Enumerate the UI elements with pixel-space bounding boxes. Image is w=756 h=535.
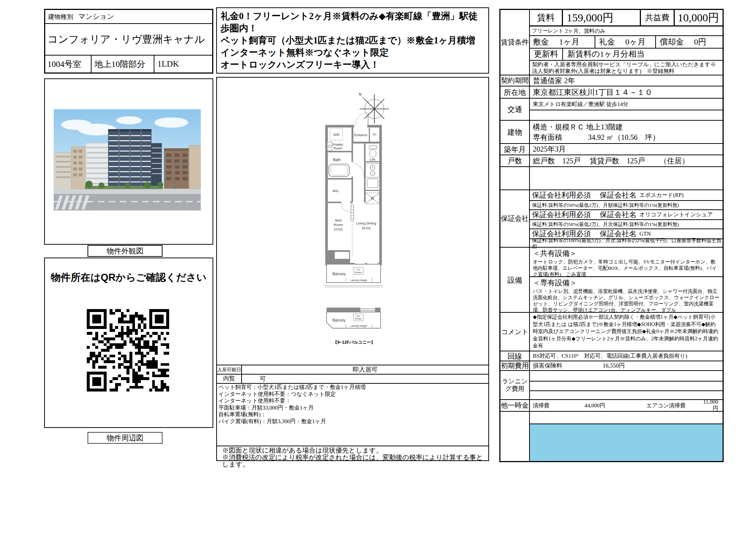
conditions-table: 賃貸条件 賃料 159,000円 共益費 10,000円 フリーレント 2ヶ月、…	[499, 9, 724, 462]
units-value: 総戸数 125戸 賃貸戸数 125戸 （住居）	[530, 155, 723, 166]
row-access: 交通 東京メトロ有楽町線／豊洲駅 徒歩14分	[500, 98, 723, 120]
room-label-bath: Bath	[333, 158, 341, 162]
running-cost-label: ランニング費用	[500, 371, 530, 399]
label-laundry: Laundry hanger	[350, 279, 367, 282]
note-item: 平面駐車場：月額33,000円・敷金1ヶ月	[218, 404, 487, 411]
location-label: 所在地	[500, 86, 530, 98]
room-label-wd: W/D	[334, 133, 340, 137]
guarantee-title: 保証会社利用必須 保証会社名 エポスカード(RP)	[530, 190, 723, 200]
renewal-fee-value: 新賃料の1ヶ月分相当	[563, 49, 723, 60]
row-location: 所在地 東京都江東区枝川1丁目１４－１０	[500, 86, 723, 98]
row-empty	[500, 166, 723, 189]
row-line: 回線 BS対応可、CS110° 対応可、電話回線(工事費入居者負担有り)	[500, 351, 723, 361]
terms-section-label: 賃貸条件	[500, 10, 530, 75]
label-balcony-2: Balcony	[332, 318, 346, 322]
label-balcony: Balcony	[332, 272, 346, 276]
highlight-box	[530, 424, 723, 461]
room-label-bed: Room	[334, 223, 343, 227]
floor-info: 地上10階部分	[92, 56, 154, 72]
guarantee-note: 保証料:賃料等の100%(最低3万)、月次:賃料等の2%(最低千円)、口座振替手…	[530, 238, 723, 248]
catchphrase-line: インターネット無料※つなぐネット限定	[221, 46, 485, 59]
equipment-label: 設備	[500, 248, 530, 312]
cleaning-fee-value: 44,000円	[584, 402, 646, 409]
room-number: 1004号室	[45, 56, 92, 72]
building-type-label: 建物種別	[48, 13, 73, 21]
row-guarantee: 保証会社 保証会社利用必須 保証会社名 エポスカード(RP) 保証料:賃料等の5…	[500, 189, 723, 247]
row-equipment: 設備 ＜共有設備＞ オートロック、防犯カメラ、常時ゴミ出し可能、TVモニター付イ…	[500, 247, 723, 312]
property-flyer: 建物種別 マンション コンフォリア・リヴ豊洲キャナル 1004号室 地上10階部…	[0, 0, 756, 535]
room-label-living-size: (5.5J)	[362, 226, 370, 230]
disclaimer-line: ※消費税法の改定により税率が改定された場合には、変動後の税率により計算する事とし…	[222, 454, 483, 468]
line-label: 回線	[500, 351, 530, 361]
private-equipment-heading: ＜専有設備＞	[533, 278, 720, 287]
label-laundry-2: Laundry hanger	[350, 325, 367, 327]
notes-list: ペット飼育可：小型犬1匹または猫2匹まで・敷金1ヶ月積増 インターネット使用料不…	[218, 384, 487, 425]
free-rent-label: フリーレント	[532, 28, 564, 34]
units-label: 戸数	[500, 155, 530, 166]
row-building: 建物 構造・規模ＲＣ 地上13階建 専有面積 34.92 ㎡（10.56 坪）	[500, 120, 723, 143]
viewing-label: 内覧	[217, 375, 242, 383]
membership-note: 契約者・入居者専用会員制サービス「リーブル」にご加入いただきます※法人契約者対象…	[530, 61, 723, 75]
guarantee-note: 保証料:賃料等の50%(最低2万)、月次保証料:賃料等の1%(更新料無)	[530, 219, 723, 228]
deposit: 敷金 1ヶ月	[530, 36, 595, 48]
key-money: 礼金 0ヶ月	[595, 36, 656, 48]
building-label: 建物	[500, 121, 530, 143]
note-item: インターネット使用料不要：	[218, 397, 487, 404]
catchphrase-line: オートロックハンズフリーキー導入！	[221, 59, 485, 71]
viewing-value: 可	[242, 375, 488, 383]
shared-equipment-heading: ＜共有設備＞	[533, 248, 720, 258]
label-fire-escape-2: Escape	[355, 318, 362, 320]
area-label: 専有面積	[533, 132, 588, 142]
rental-terms-section: 賃貸条件 賃料 159,000円 共益費 10,000円 フリーレント 2ヶ月、…	[500, 10, 723, 75]
label-fire-escape: Escape	[355, 271, 362, 273]
line-value: BS対応可、CS110° 対応可、電話回線(工事費入居者負担有り)	[530, 351, 723, 361]
qr-notice: 物件所在はQRからご確認ください	[45, 271, 213, 284]
room-label-lav: Lav.	[370, 157, 376, 161]
room-label-powder: Room	[334, 146, 342, 150]
qr-code	[87, 309, 169, 391]
exterior-photo-frame	[44, 78, 213, 245]
row-other-fees: 他一時金 清掃費 44,000円 エアコン清掃費 11,000円	[500, 399, 723, 411]
qr-frame: 物件所在はQRからご確認ください	[44, 258, 213, 428]
row-units: 戸数 総戸数 125戸 賃貸戸数 125戸 （住居）	[500, 155, 723, 166]
building-photo	[54, 109, 201, 210]
room-label-bed-size: (4.0J)	[334, 227, 342, 231]
balcony-floor-caption: 【9~12Fバルコニー】	[333, 340, 375, 344]
renewal-fee-label: 更新料	[530, 49, 563, 60]
access-empty	[530, 110, 723, 120]
room-label-living: Living Dining	[356, 221, 376, 225]
compass-north-label: N	[359, 92, 361, 96]
built-label: 築年月	[500, 144, 530, 155]
building-type-value: マンション	[78, 12, 114, 21]
room-label-entrance: Entrance	[354, 133, 367, 137]
disclaimer-box: ※図面と現状に相違がある場合は現状優先とします。 ※消費税法の改定により税率が改…	[216, 446, 489, 461]
shared-equipment-body: オートロック、防犯カメラ、常時ゴミ出し可能、TVモニター付インターホン、敷地内駐…	[533, 259, 720, 277]
room-label-bed: Bed	[335, 218, 342, 222]
room-label-powder: Powder	[333, 143, 343, 146]
catchphrase-box: 礼金0！フリーレント2ヶ月※賃料のみ◆有楽町線「豊洲」駅徒歩圏内！ ペット飼育可…	[216, 7, 489, 74]
exterior-caption: 物件外観図	[88, 245, 163, 257]
compass-icon	[360, 94, 389, 124]
move-in-label: 入居可能日	[217, 365, 242, 374]
availability-table: 入居可能日 即入居可 内覧 可	[216, 365, 489, 384]
guarantee-company: GTN	[639, 231, 651, 237]
private-equipment-body: バス・トイレ別、追焚機能、浴室乾燥機、温水洗浄便座、シャワー付洗面台、独立洗面化…	[533, 288, 720, 313]
common-fee-value: 10,000円	[675, 10, 723, 25]
cleaning-fee-label: 清掃費	[530, 402, 584, 409]
free-rent-value: 2ヶ月、賃料のみ	[565, 28, 606, 35]
note-item: 自転車置場(無料)：	[218, 411, 487, 418]
ac-cleaning-label: エアコン清掃費	[646, 402, 703, 409]
comment-body: ◆指定保証会社利用必須※一部法人契約除く・敷金積増1ヶ月◆ペット飼育可(小型犬1…	[530, 313, 723, 351]
initial-cost-label: 初期費用	[500, 361, 530, 370]
guarantee-company: エポスカード(RP)	[639, 192, 684, 199]
location-value: 東京都江東区枝川1丁目１４－１０	[530, 86, 723, 98]
access-value: 東京メトロ有楽町線／豊洲駅 徒歩14分	[530, 99, 723, 110]
note-item: ペット飼育可：小型犬1匹または猫2匹まで・敷金1ヶ月積増	[218, 384, 487, 391]
guarantee-company: オリコフォレントインシュア	[639, 211, 713, 218]
guarantee-title: 保証会社利用必須 保証会社名 オリコフォレントインシュア	[530, 209, 723, 219]
catchphrase-line: ペット飼育可（小型犬1匹または猫2匹まで）※敷金1ヶ月積増	[221, 34, 485, 46]
contract-period-value: 普通借家 2年	[530, 75, 723, 86]
contract-period-label: 契約期間	[500, 75, 530, 86]
header-table: 建物種別 マンション コンフォリア・リヴ豊洲キャナル 1004号室 地上10階部…	[44, 9, 213, 74]
ac-cleaning-value: 11,000円	[703, 399, 723, 412]
